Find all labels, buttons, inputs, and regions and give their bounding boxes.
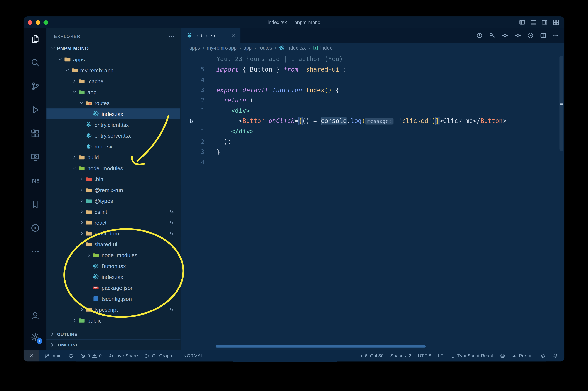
tree-item-index-tsx[interactable]: index.tsx	[46, 108, 180, 119]
code-token: default	[242, 87, 269, 94]
toggle-secondary-sidebar-icon[interactable]	[542, 19, 548, 25]
code-line[interactable]: 4	[180, 157, 564, 167]
activity-search[interactable]	[31, 58, 40, 67]
code-line[interactable]: 2 return (	[180, 95, 564, 105]
activity-extensions[interactable]	[31, 129, 40, 138]
tree-item-eslint[interactable]: eslint	[46, 206, 180, 217]
status-sync-changes[interactable]	[65, 350, 77, 362]
breadcrumb-index[interactable]: Index	[312, 45, 332, 50]
tree-item-node-modules[interactable]: node_modules	[46, 163, 180, 174]
code-line[interactable]: 2 );	[180, 136, 564, 147]
code-line[interactable]: 5import { Button } from 'shared-ui';	[180, 64, 564, 75]
code-line[interactable]: 1 <div>	[180, 105, 564, 116]
code-line[interactable]: 3export default function Index() {	[180, 85, 564, 95]
customize-layout-icon[interactable]	[553, 19, 559, 25]
status-feedback-smiley[interactable]	[496, 350, 508, 362]
symlink-icon	[169, 220, 175, 225]
run-file-icon[interactable]	[527, 32, 534, 39]
code-line[interactable]: You, 23 hours ago | 1 author (You)	[180, 54, 564, 64]
code-line[interactable]: 6 <Button onClick={() ⇒ console.log(mess…	[180, 116, 564, 126]
breadcrumb-app[interactable]: app	[243, 45, 252, 50]
tree-item-apps[interactable]: apps	[46, 54, 180, 65]
tree-item-types[interactable]: @types	[46, 195, 180, 206]
split-editor-icon[interactable]	[540, 32, 546, 39]
status-problems[interactable]: 00	[77, 350, 105, 362]
tree-item-public[interactable]: public	[46, 315, 180, 326]
tree-item-my-remix-app[interactable]: my-remix-app	[46, 65, 180, 76]
more-actions-icon[interactable]	[553, 32, 559, 39]
views-more-icon[interactable]	[168, 33, 174, 39]
tree-item-button-tsx[interactable]: Button.tsx	[46, 261, 180, 272]
activity-bookmarks[interactable]	[31, 200, 40, 209]
breadcrumb-index-tsx[interactable]: index.tsx	[279, 45, 306, 50]
section-timeline[interactable]: TIMELINE	[46, 339, 180, 350]
activity-source-control[interactable]	[31, 82, 40, 91]
activity-run-and-debug[interactable]	[31, 105, 40, 114]
tree-item-app[interactable]: app	[46, 87, 180, 98]
toggle-blame-icon[interactable]	[502, 32, 508, 39]
activity-nx-console[interactable]: N	[31, 176, 40, 185]
code-token: ()	[324, 87, 332, 94]
toggle-primary-sidebar-icon[interactable]	[519, 19, 525, 25]
status-git-branch[interactable]: main	[41, 350, 65, 362]
status-announcement[interactable]	[537, 350, 549, 362]
status-encoding[interactable]: UTF-8	[414, 350, 434, 362]
close-button[interactable]	[28, 20, 32, 25]
breadcrumb-routes[interactable]: routes	[258, 45, 272, 50]
zoom-button[interactable]	[44, 20, 48, 25]
tree-item-entry-client-tsx[interactable]: entry.client.tsx	[46, 119, 180, 130]
explorer-header: EXPLORER	[46, 28, 180, 42]
status-vim-mode[interactable]: -- NORMAL --	[176, 350, 211, 362]
tree-item-routes[interactable]: routes	[46, 98, 180, 108]
activity-accounts[interactable]	[31, 311, 40, 320]
local-history-icon[interactable]	[476, 32, 483, 39]
status-formatter-prettier[interactable]: Prettier	[508, 350, 537, 362]
tree-item-root-tsx[interactable]: root.tsx	[46, 141, 180, 152]
breadcrumb-apps[interactable]: apps	[189, 45, 200, 50]
tree-item-react-dom[interactable]: react-dom	[46, 228, 180, 239]
status-indentation[interactable]: Spaces: 2	[387, 350, 414, 362]
breadcrumb-my-remix-app[interactable]: my-remix-app	[207, 45, 237, 50]
gitlens-annotations-icon[interactable]	[489, 32, 495, 39]
toggle-panel-icon[interactable]	[530, 19, 537, 25]
status-notifications[interactable]	[549, 350, 561, 362]
tree-item-bin[interactable]: .bin	[46, 174, 180, 185]
status-remote-indicator[interactable]	[24, 350, 39, 362]
section-outline[interactable]: OUTLINE	[46, 329, 180, 339]
minimize-button[interactable]	[36, 20, 40, 25]
line-number: 3	[180, 87, 204, 94]
tree-item-entry-server-tsx[interactable]: entry.server.tsx	[46, 130, 180, 141]
tree-item-remix-run[interactable]: @remix-run	[46, 184, 180, 195]
tree-item-cache[interactable]: .cache	[46, 76, 180, 87]
tree-item-build[interactable]: build	[46, 152, 180, 163]
code-line[interactable]: 1 </div>	[180, 126, 564, 136]
folder-label: node_modules	[87, 165, 123, 171]
tree-item-typescript[interactable]: typescript	[46, 304, 180, 315]
status-eol[interactable]: LF	[435, 350, 447, 362]
line-number: 1	[180, 128, 204, 135]
status-git-graph[interactable]: Git Graph	[141, 350, 175, 362]
tree-item-index-tsx[interactable]: index.tsx	[46, 272, 180, 283]
tree-item-react[interactable]: react	[46, 217, 180, 228]
tab-close-icon[interactable]	[231, 33, 237, 38]
horizontal-scrollbar[interactable]	[216, 345, 426, 348]
activity-explorer[interactable]	[31, 34, 40, 44]
activity-settings[interactable]: 1	[31, 333, 40, 342]
folder-icon	[86, 241, 92, 248]
tab-index-tsx[interactable]: index.tsx	[180, 28, 240, 43]
status-cursor-position[interactable]: Ln 6, Col 30	[355, 350, 387, 362]
code-line[interactable]: 4	[180, 75, 564, 85]
code-editor[interactable]: You, 23 hours ago | 1 author (You)5impor…	[180, 52, 564, 350]
tree-item-pnpm-mono[interactable]: PNPM-MONO	[46, 43, 180, 54]
activity-additional-views[interactable]	[31, 247, 40, 256]
tree-item-tsconfig-json[interactable]: TStsconfig.json	[46, 293, 180, 304]
status-live-share[interactable]: Live Share	[105, 350, 141, 362]
tree-item-node-modules[interactable]: node_modules	[46, 250, 180, 261]
activity-live-share[interactable]	[31, 223, 40, 232]
code-line[interactable]: 3}	[180, 147, 564, 157]
tree-item-shared-ui[interactable]: shared-ui	[46, 239, 180, 250]
toggle-heatmap-icon[interactable]	[515, 32, 521, 39]
tree-item-package-json[interactable]: npmpackage.json	[46, 282, 180, 293]
status-language-mode[interactable]: {}TypeScript React	[447, 350, 496, 362]
activity-remote-explorer[interactable]	[31, 153, 40, 162]
